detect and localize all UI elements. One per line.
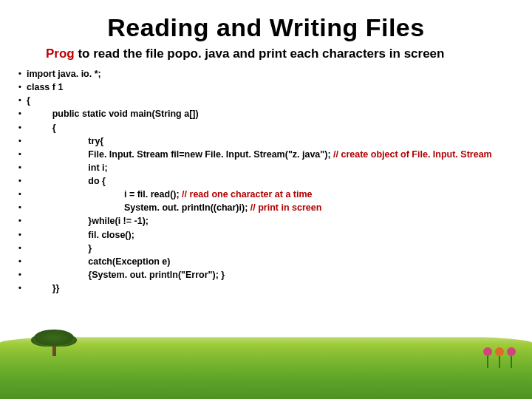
code-text: }while(i != -1);: [27, 214, 149, 228]
code-text: class f 1: [27, 81, 63, 94]
code-text: i = fil. read(); // read one character a…: [27, 188, 313, 201]
bullet-icon: •: [13, 94, 27, 106]
code-line: • public static void main(String a[]): [13, 107, 532, 120]
subtitle-highlight: Prog: [46, 47, 75, 61]
code-comment: // create object of File. Input. Stream: [333, 149, 492, 160]
slide: Reading and Writing Files Prog to read t…: [0, 0, 532, 399]
bullet-icon: •: [13, 188, 27, 200]
bullet-icon: •: [13, 214, 27, 227]
code-comment: // print in screen: [250, 202, 322, 213]
code-text: do {: [27, 174, 106, 188]
bullet-icon: •: [13, 242, 27, 254]
code-line: • }while(i != -1);: [13, 214, 532, 228]
flowers-icon: [483, 347, 516, 368]
code-line: • catch(Exception e): [13, 255, 532, 268]
code-line: •class f 1: [13, 81, 532, 94]
code-text: {: [27, 121, 56, 134]
code-line: • i = fil. read(); // read one character…: [13, 188, 532, 201]
code-text: {System. out. println("Error"); }: [27, 268, 225, 282]
code-block: •import java. io. *;•class f 1•{• public…: [0, 67, 532, 295]
code-text: fil. close();: [27, 228, 134, 242]
code-text: {: [27, 94, 30, 107]
code-text: catch(Exception e): [27, 255, 171, 268]
bullet-icon: •: [13, 134, 27, 147]
code-text: import java. io. *;: [27, 67, 101, 81]
bullet-icon: •: [13, 228, 27, 241]
bullet-icon: •: [13, 174, 27, 187]
code-line: • try{: [13, 134, 532, 148]
tree-icon: [34, 330, 74, 356]
code-line: • }}: [13, 282, 532, 295]
bullet-icon: •: [13, 268, 27, 281]
slide-title: Reading and Writing Files: [0, 0, 532, 42]
code-line: • }: [13, 242, 532, 255]
code-line: • {: [13, 121, 532, 134]
code-line: •import java. io. *;: [13, 67, 532, 81]
bullet-icon: •: [13, 282, 27, 294]
subtitle-rest: to read the file popo. java and print ea…: [75, 47, 445, 61]
bullet-icon: •: [13, 201, 27, 214]
code-text: try{: [27, 134, 103, 148]
grass-background: [0, 332, 532, 399]
slide-subtitle: Prog to read the file popo. java and pri…: [0, 42, 532, 67]
code-line: • do {: [13, 174, 532, 188]
code-line: • fil. close();: [13, 228, 532, 242]
code-comment: // read one character at a time: [182, 189, 312, 200]
bullet-icon: •: [13, 148, 27, 160]
bullet-icon: •: [13, 121, 27, 134]
code-text: }}: [27, 282, 59, 295]
bullet-icon: •: [13, 107, 27, 120]
code-text: System. out. println((char)i); // print …: [27, 201, 321, 214]
code-line: •{: [13, 94, 532, 107]
code-line: • File. Input. Stream fil=new File. Inpu…: [13, 148, 532, 161]
bullet-icon: •: [13, 255, 27, 267]
code-line: • int i;: [13, 161, 532, 174]
code-text: public static void main(String a[]): [27, 107, 199, 120]
code-text: File. Input. Stream fil=new File. Input.…: [27, 148, 492, 161]
code-text: int i;: [27, 161, 108, 174]
bullet-icon: •: [13, 81, 27, 93]
bullet-icon: •: [13, 67, 27, 80]
bullet-icon: •: [13, 161, 27, 174]
code-text: }: [27, 242, 92, 255]
code-line: • System. out. println((char)i); // prin…: [13, 201, 532, 214]
code-line: • {System. out. println("Error"); }: [13, 268, 532, 282]
